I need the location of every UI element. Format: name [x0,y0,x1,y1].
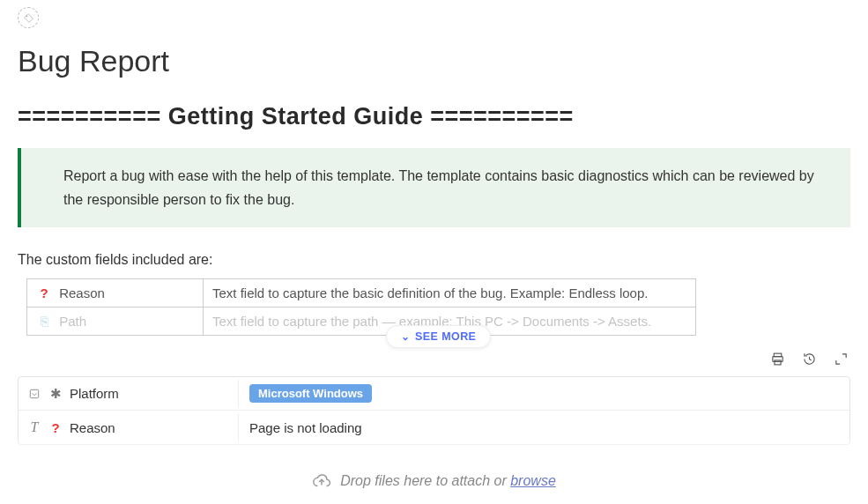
field-row-reason[interactable]: T ? Reason Page is not loading [19,411,849,444]
guide-callout: Report a bug with ease with the help of … [18,148,850,227]
question-icon: ? [48,420,63,435]
svg-rect-4 [30,389,38,397]
expand-icon [834,352,849,367]
expand-button[interactable] [833,351,849,367]
history-icon [802,352,817,367]
select-type-icon [27,388,41,400]
field-name: Path [59,314,86,329]
chevron-down-icon: ⌄ [401,331,410,342]
fields-panel: ✱ Platform Microsoft Windows T ? Reason … [18,376,850,445]
field-row-platform[interactable]: ✱ Platform Microsoft Windows [19,377,849,411]
see-more-button[interactable]: ⌄ SEE MORE [386,325,492,348]
see-more-label: SEE MORE [415,330,476,343]
tag-icon [23,12,34,24]
guide-heading: ========== Getting Started Guide =======… [18,103,850,130]
table-row: ⎘ Path Text field to capture the path — … [27,308,696,336]
browse-link[interactable]: browse [510,473,556,488]
table-row: ? Reason Text field to capture the basic… [27,279,696,308]
gear-icon: ✱ [48,386,63,402]
platform-chip[interactable]: Microsoft Windows [249,384,372,403]
field-name: Reason [59,285,105,300]
printer-icon [770,352,785,367]
cloud-upload-icon [312,471,331,491]
field-label: Reason [70,420,115,435]
dropzone-text: Drop files here to attach or [340,473,510,488]
question-icon: ? [36,285,52,300]
svg-rect-3 [774,359,780,364]
history-button[interactable] [801,351,817,367]
reason-value[interactable]: Page is not loading [239,414,849,441]
add-tag-button[interactable] [18,7,39,28]
path-icon: ⎘ [36,314,52,329]
svg-point-0 [26,15,26,16]
text-type-icon: T [27,419,41,435]
field-description: Text field to capture the basic definiti… [204,279,696,308]
attachment-dropzone[interactable]: Drop files here to attach or browse [0,458,868,504]
intro-line: The custom fields included are: [18,252,850,268]
field-label: Platform [70,386,119,401]
page-title: Bug Report [18,44,850,78]
print-button[interactable] [769,351,785,367]
definition-table: ? Reason Text field to capture the basic… [26,278,696,336]
